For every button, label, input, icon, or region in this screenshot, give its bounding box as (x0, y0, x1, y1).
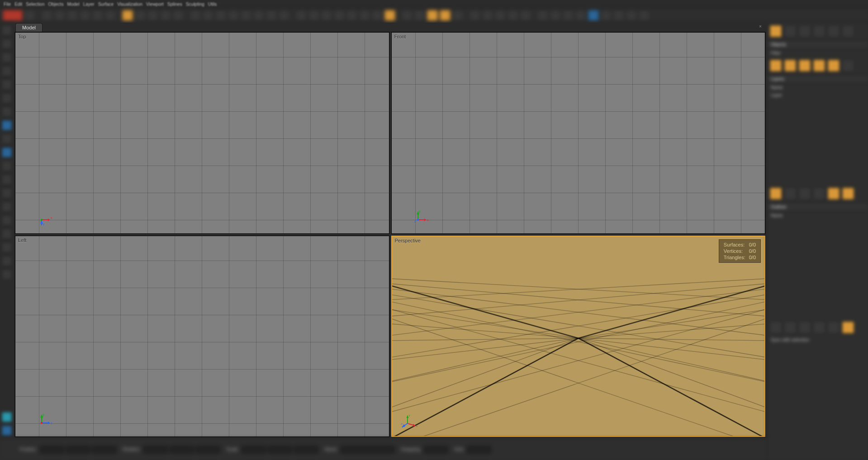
toolbar-button[interactable] (215, 10, 226, 21)
toolbar-button[interactable] (253, 10, 264, 21)
menu-item[interactable]: Splines (167, 2, 182, 7)
toolbar-button[interactable] (359, 10, 370, 21)
panel-icon[interactable] (799, 322, 811, 333)
toolbar-button[interactable] (414, 10, 425, 21)
viewport-perspective[interactable]: Perspective (391, 236, 766, 437)
toolbar-button[interactable] (54, 10, 65, 21)
scale-z-field[interactable] (294, 446, 318, 454)
tab-model[interactable]: Model (15, 23, 43, 32)
toolbar-button[interactable] (160, 10, 171, 21)
tool-button[interactable] (2, 120, 12, 130)
toolbar-button[interactable] (440, 10, 451, 21)
toolbar-button[interactable] (190, 10, 201, 21)
rotation-y-field[interactable] (170, 446, 194, 454)
panel-icon[interactable] (813, 322, 825, 333)
toolbar-button[interactable] (67, 10, 78, 21)
viewport-left[interactable]: Left z y (15, 236, 389, 437)
toolbar-button[interactable] (321, 10, 332, 21)
tool-button[interactable] (2, 215, 12, 225)
menu-bar[interactable]: File Edit Selection Objects Model Layer … (0, 0, 868, 8)
toolbar-button[interactable] (346, 10, 357, 21)
tool-button[interactable] (2, 175, 12, 185)
toolbar-button[interactable] (550, 10, 561, 21)
panel-icon[interactable] (842, 60, 854, 71)
panel-icon[interactable] (770, 60, 782, 71)
panel-icon[interactable] (784, 322, 796, 333)
grid-field[interactable] (467, 446, 491, 454)
toolbar-button[interactable] (613, 10, 624, 21)
menu-item[interactable]: Edit (14, 2, 22, 7)
tool-button[interactable] (2, 202, 12, 212)
panel-icon[interactable] (799, 25, 811, 37)
menu-item[interactable]: Objects (48, 2, 64, 7)
menu-item[interactable]: Viewport (146, 2, 164, 7)
toolbar-button[interactable] (563, 10, 574, 21)
position-z-field[interactable] (92, 446, 117, 454)
toolbar-button[interactable] (384, 10, 395, 21)
tool-button[interactable] (2, 80, 12, 90)
toolbar-button[interactable] (372, 10, 383, 21)
panel-icon[interactable] (770, 188, 782, 199)
panel-icon[interactable] (828, 60, 840, 71)
panel-icon[interactable] (842, 25, 854, 37)
menu-item[interactable]: Model (67, 2, 79, 7)
name-field[interactable] (341, 446, 395, 454)
toolbar-button[interactable] (588, 10, 599, 21)
toolbar-button[interactable] (639, 10, 650, 21)
menu-item[interactable]: Sculpting (186, 2, 204, 7)
panel-icon[interactable] (828, 188, 840, 199)
panel-icon[interactable] (813, 60, 825, 71)
rotation-x-field[interactable] (143, 446, 168, 454)
viewport-top[interactable]: Top x z (15, 32, 389, 234)
toolbar-button[interactable] (80, 10, 90, 21)
panel-icon[interactable] (784, 60, 796, 71)
tool-button[interactable] (2, 229, 12, 239)
tool-button[interactable] (2, 66, 12, 76)
panel-icon[interactable] (813, 188, 825, 199)
toolbar-button[interactable] (173, 10, 184, 21)
panel-icon[interactable] (784, 188, 796, 199)
panel-icon[interactable] (799, 188, 811, 199)
layer-row[interactable]: Layer (767, 91, 868, 99)
menu-item[interactable]: Selection (26, 2, 44, 7)
toolbar-button[interactable] (537, 10, 548, 21)
menu-item[interactable]: File (4, 2, 11, 7)
toolbar-button[interactable] (520, 10, 531, 21)
toolbar-button[interactable] (626, 10, 637, 21)
toolbar-button[interactable] (203, 10, 213, 21)
tool-button[interactable] (2, 134, 12, 144)
toolbar-button[interactable] (105, 10, 116, 21)
panel-icon[interactable] (784, 25, 796, 37)
tool-button[interactable] (2, 25, 12, 35)
toolbar-button[interactable] (135, 10, 146, 21)
toolbar-button[interactable] (241, 10, 251, 21)
menu-item[interactable]: Visualization (117, 2, 142, 7)
toolbar-button[interactable] (266, 10, 277, 21)
toolbar-button[interactable] (228, 10, 239, 21)
toolbar-button[interactable] (427, 10, 438, 21)
toolbar-button[interactable] (508, 10, 518, 21)
toolbar-button[interactable] (495, 10, 506, 21)
toolbar-button[interactable] (308, 10, 319, 21)
tool-button[interactable] (2, 242, 12, 252)
toolbar-button[interactable] (482, 10, 493, 21)
panel-icon[interactable] (842, 322, 854, 333)
toolbar-button[interactable] (92, 10, 103, 21)
toolbar-button[interactable] (470, 10, 480, 21)
panel-icon[interactable] (828, 322, 840, 333)
position-x-field[interactable] (40, 446, 64, 454)
toolbar-button[interactable] (334, 10, 345, 21)
panel-icon[interactable] (799, 60, 811, 71)
tool-button[interactable] (2, 188, 12, 198)
viewport-front[interactable]: Front x y z (391, 32, 766, 234)
close-icon[interactable]: × (758, 24, 763, 29)
panel-icon[interactable] (770, 25, 782, 37)
toolbar-button[interactable] (296, 10, 307, 21)
toolbar-button[interactable] (42, 10, 52, 21)
tool-button[interactable] (2, 256, 12, 266)
app-button[interactable] (3, 10, 23, 21)
menu-item[interactable]: Layer (83, 2, 95, 7)
panel-icon[interactable] (842, 188, 854, 199)
toolbar-button[interactable] (279, 10, 289, 21)
rotation-z-field[interactable] (196, 446, 220, 454)
